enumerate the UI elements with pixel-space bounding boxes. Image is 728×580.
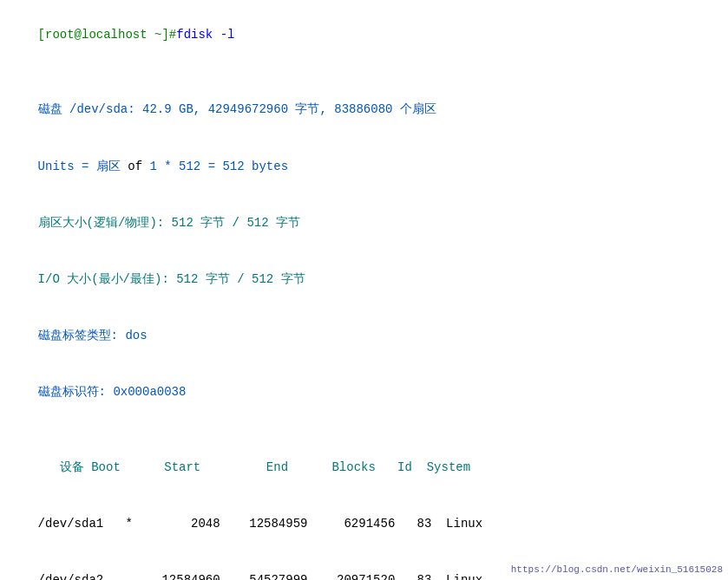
command-text: fdisk -l xyxy=(176,28,234,42)
terminal-window: [root@localhost ~]#fdisk -l 磁盘 /dev/sda:… xyxy=(9,7,719,580)
blank-line-1 xyxy=(9,63,719,82)
watermark-text: https://blog.csdn.net/weixin_51615028 xyxy=(511,564,723,575)
units-sda-rest: 1 * 512 = 512 bytes xyxy=(142,160,288,173)
disk-label-sda: 磁盘标签类型: dos xyxy=(9,308,719,364)
table-header-text: 设备 Boot Start End Blocks Id System xyxy=(38,460,470,474)
disk-sda-info: 磁盘 /dev/sda: 42.9 GB, 42949672960 字节, 83… xyxy=(9,82,719,139)
of-text-1: of xyxy=(128,160,142,173)
sector-size-sda: 扇区大小(逻辑/物理): 512 字节 / 512 字节 xyxy=(9,195,719,251)
partition-table-header: 设备 Boot Start End Blocks Id System xyxy=(9,440,719,496)
blank-line-2 xyxy=(9,420,719,440)
io-size-sda-text: I/O 大小(最小/最佳): 512 字节 / 512 字节 xyxy=(38,272,305,286)
sector-size-sda-text: 扇区大小(逻辑/物理): 512 字节 / 512 字节 xyxy=(38,216,300,230)
disk-id-sda: 磁盘标识符: 0x000a0038 xyxy=(9,364,719,420)
units-sda-text: Units = 扇区 xyxy=(38,160,128,173)
command-prompt-line: [root@localhost ~]#fdisk -l xyxy=(9,7,719,63)
sda1-row: /dev/sda1 * 2048 12584959 6291456 83 Lin… xyxy=(9,496,719,552)
prompt-text: [root@localhost ~]# xyxy=(38,28,177,42)
io-size-sda: I/O 大小(最小/最佳): 512 字节 / 512 字节 xyxy=(9,251,719,308)
disk-id-sda-text: 磁盘标识符: 0x000a0038 xyxy=(38,385,187,399)
disk-label-sda-text: 磁盘标签类型: dos xyxy=(38,329,148,342)
sda1-text: /dev/sda1 * 2048 12584959 6291456 83 Lin… xyxy=(38,517,482,531)
disk-sda-label: 磁盘 /dev/sda: 42.9 GB, 42949672960 字节, 83… xyxy=(38,102,436,116)
units-sda: Units = 扇区 of 1 * 512 = 512 bytes xyxy=(9,139,719,195)
sda2-text: /dev/sda2 12584960 54527999 20971520 83 … xyxy=(38,573,482,580)
